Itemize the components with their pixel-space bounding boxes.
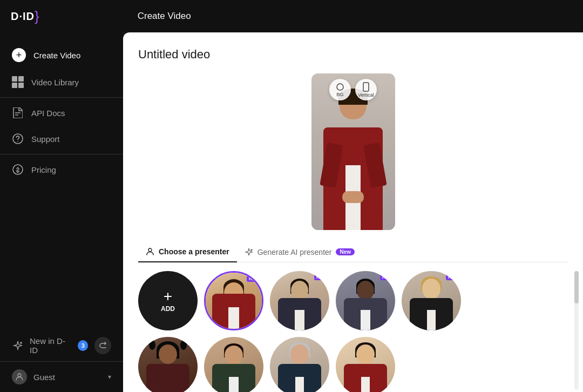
add-icon: + bbox=[164, 289, 172, 304]
divider-1 bbox=[0, 97, 123, 98]
svg-point-3 bbox=[17, 141, 18, 142]
hq-badge-4: HQ bbox=[446, 274, 457, 280]
vertical-label: Vertical bbox=[358, 92, 374, 98]
bg-control-button[interactable]: BG bbox=[329, 79, 351, 100]
sidebar-item-label-library: Video Library bbox=[31, 78, 79, 87]
presenter-row-2 bbox=[138, 337, 568, 392]
presenter-grid: + ADD HQ bbox=[138, 271, 568, 392]
sidebar-item-label-support: Support bbox=[31, 134, 60, 144]
presenter-card-7[interactable] bbox=[270, 337, 329, 392]
svg-point-4 bbox=[13, 165, 23, 174]
bg-label: BG bbox=[336, 92, 343, 97]
user-section[interactable]: Guest ▾ bbox=[0, 361, 123, 392]
sidebar-item-api-docs[interactable]: API Docs bbox=[0, 100, 123, 126]
presenter-frame: BG Vertical bbox=[311, 73, 395, 230]
tab-choose-label: Choose a presenter bbox=[159, 247, 229, 256]
add-label: ADD bbox=[161, 305, 175, 313]
sidebar-item-label-create: Create Video bbox=[33, 51, 80, 60]
sidebar-item-label-pricing: Pricing bbox=[31, 165, 56, 174]
dollar-circle-icon bbox=[12, 164, 24, 175]
tab-choose-presenter[interactable]: Choose a presenter bbox=[138, 242, 237, 262]
sidebar: + Create Video Video Library bbox=[0, 32, 123, 392]
presenter-card-5[interactable] bbox=[138, 337, 198, 392]
presenter-card-1[interactable]: HQ bbox=[204, 271, 263, 330]
grid-icon bbox=[12, 76, 24, 88]
scrollbar[interactable] bbox=[574, 271, 579, 390]
svg-point-5 bbox=[18, 374, 21, 377]
scrollbar-thumb[interactable] bbox=[574, 271, 579, 303]
new-tab-badge: New bbox=[336, 248, 355, 255]
divider-2 bbox=[0, 154, 123, 154]
presenter-card-3[interactable]: HQ bbox=[336, 271, 395, 330]
file-icon bbox=[12, 107, 24, 119]
presenter-card-8[interactable] bbox=[336, 337, 395, 392]
tab-generate-ai[interactable]: Generate AI presenter New bbox=[237, 242, 362, 262]
svg-rect-7 bbox=[363, 83, 369, 91]
presenter-area: BG Vertical bbox=[138, 73, 568, 230]
sparkle-icon bbox=[12, 340, 23, 352]
presenter-card-2[interactable]: HQ bbox=[270, 271, 329, 330]
svg-point-8 bbox=[148, 248, 152, 252]
avatar bbox=[12, 369, 27, 384]
new-in-did-label: New in D-ID bbox=[30, 336, 71, 355]
logo-text: D·ID bbox=[11, 10, 35, 23]
tab-generate-label: Generate AI presenter bbox=[257, 248, 332, 256]
page-title: Untitled video bbox=[138, 48, 568, 62]
sidebar-item-pricing[interactable]: Pricing bbox=[0, 157, 123, 183]
nav-list: + Create Video Video Library bbox=[0, 32, 123, 330]
logo: D·ID} bbox=[11, 8, 40, 25]
plus-circle-icon: + bbox=[12, 48, 26, 62]
hq-badge-1: HQ bbox=[247, 276, 257, 282]
vertical-control-button[interactable]: Vertical bbox=[355, 79, 377, 100]
sidebar-item-label-api: API Docs bbox=[31, 109, 65, 118]
redo-button[interactable] bbox=[94, 337, 111, 354]
tab-bar: Choose a presenter Generate AI presenter… bbox=[138, 242, 568, 262]
presenter-card-4[interactable]: HQ bbox=[402, 271, 461, 330]
presenter-card-6[interactable] bbox=[204, 337, 263, 392]
hq-badge-2: HQ bbox=[314, 274, 325, 280]
svg-point-6 bbox=[337, 84, 343, 90]
hq-badge-3: HQ bbox=[380, 274, 391, 280]
presenter-row-1: + ADD HQ bbox=[138, 271, 568, 330]
header-title: Create Video bbox=[138, 11, 191, 22]
presenter-controls: BG Vertical bbox=[329, 79, 377, 100]
sidebar-item-create-video[interactable]: + Create Video bbox=[0, 41, 123, 69]
new-badge: 3 bbox=[78, 340, 88, 351]
help-circle-icon bbox=[12, 133, 24, 145]
user-name: Guest bbox=[33, 373, 55, 382]
sidebar-item-video-library[interactable]: Video Library bbox=[0, 69, 123, 95]
add-presenter-button[interactable]: + ADD bbox=[138, 271, 198, 330]
main-content: Untitled video bbox=[123, 32, 583, 392]
chevron-down-icon: ▾ bbox=[108, 373, 111, 381]
new-in-did[interactable]: New in D-ID 3 bbox=[0, 330, 123, 361]
sidebar-item-support[interactable]: Support bbox=[0, 126, 123, 152]
